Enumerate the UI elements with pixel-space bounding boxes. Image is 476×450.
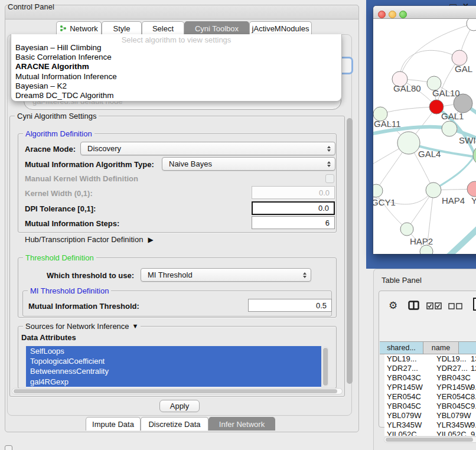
network-window[interactable]: GAL GAL80 GAL10 GAL1 GAL11 SWI4 GAL4 GCY… bbox=[373, 6, 476, 254]
node-hap4[interactable] bbox=[426, 182, 441, 198]
cell: 9 bbox=[471, 430, 475, 436]
dpi-tolerance-label: DPI Tolerance [0,1]: bbox=[25, 204, 96, 213]
zoom-traffic-light-icon[interactable] bbox=[399, 11, 407, 18]
node-label: SWI4 bbox=[459, 135, 476, 145]
cell: YBR045C bbox=[436, 402, 471, 411]
attributes-scrollbar-thumb[interactable] bbox=[323, 348, 328, 386]
select-all-checkboxes-icon[interactable] bbox=[426, 302, 442, 309]
tab-cyni-toolbox[interactable]: Cyni Toolbox bbox=[184, 21, 249, 35]
mi-threshold-label: Mutual Information Threshold: bbox=[28, 302, 139, 311]
gear-icon[interactable]: ⚙ bbox=[389, 299, 397, 312]
corner-widget-icon[interactable] bbox=[5, 445, 12, 450]
minimize-traffic-light-icon[interactable] bbox=[389, 11, 396, 18]
table-row[interactable]: YBR043CYBR043C bbox=[384, 373, 476, 383]
table-row[interactable]: YIL052CYIL052C9 bbox=[384, 430, 476, 436]
node-green-highlight[interactable] bbox=[473, 145, 476, 165]
settings-scrollbar-thumb[interactable] bbox=[347, 118, 353, 384]
aracne-mode-combobox[interactable]: Discovery bbox=[80, 142, 335, 155]
tab-label: Network bbox=[70, 24, 98, 33]
node-gal4[interactable] bbox=[397, 132, 420, 154]
column-header-name[interactable]: name bbox=[423, 341, 459, 354]
network-icon bbox=[60, 25, 67, 32]
attribute-item[interactable]: gal4RGexp bbox=[26, 377, 321, 387]
attribute-item[interactable]: SelfLoops bbox=[26, 346, 321, 356]
node-label: GAL80 bbox=[393, 83, 421, 93]
cell: 9. bbox=[471, 383, 476, 392]
which-threshold-combobox[interactable]: MI Threshold bbox=[141, 268, 311, 282]
attributes-scrollbar[interactable] bbox=[322, 347, 328, 387]
hub-section-toggle[interactable]: Hub/Transcription Factor Definition ▶ bbox=[25, 235, 154, 244]
node-hap2[interactable] bbox=[400, 223, 413, 236]
deselect-all-checkboxes-icon[interactable] bbox=[448, 303, 463, 309]
mi-type-value: Naive Bayes bbox=[169, 159, 212, 168]
tab-label: Infer Network bbox=[219, 420, 265, 429]
dropdown-item[interactable]: Basic Correlation Inference bbox=[11, 53, 341, 62]
attribute-item[interactable]: TopologicalCoefficient bbox=[26, 356, 321, 366]
tab-network[interactable]: Network bbox=[56, 21, 102, 35]
kernel-width-field[interactable]: 0.0 bbox=[252, 186, 335, 199]
apply-button[interactable]: Apply bbox=[159, 400, 200, 412]
dropdown-item-selected[interactable]: ARACNE Algorithm bbox=[11, 62, 341, 71]
dpi-tolerance-field[interactable]: 0.0 bbox=[252, 201, 335, 215]
cell: YBR043C bbox=[387, 373, 421, 383]
node-gcy1[interactable] bbox=[373, 184, 383, 197]
column-header-third[interactable] bbox=[459, 341, 476, 354]
mi-type-combobox[interactable]: Naive Bayes bbox=[162, 157, 335, 171]
table-row[interactable]: YBR045CYBR045C9. bbox=[384, 402, 476, 411]
tab-impute-data[interactable]: Impute Data bbox=[86, 417, 141, 431]
settings-scrollbar[interactable] bbox=[346, 117, 353, 394]
cell: YPR145W bbox=[387, 383, 423, 392]
cell: YIL052C bbox=[436, 430, 467, 436]
network-window-titlebar[interactable] bbox=[373, 6, 476, 19]
cell: 12 bbox=[471, 364, 476, 373]
node-label: GAL1 bbox=[441, 111, 464, 121]
data-attributes-list[interactable]: SelfLoops TopologicalCoefficient Between… bbox=[26, 346, 321, 387]
control-panel-titlebar bbox=[5, 5, 359, 19]
node-label: GAL11 bbox=[374, 119, 401, 129]
network-canvas[interactable]: GAL GAL80 GAL10 GAL1 GAL11 SWI4 GAL4 GCY… bbox=[373, 19, 476, 254]
tab-label: Style bbox=[113, 24, 131, 33]
mi-steps-field[interactable]: 6 bbox=[252, 216, 335, 229]
kernel-width-label: Kernel Width (0,1): bbox=[25, 189, 93, 198]
tab-jactivemnodules[interactable]: jActiveMNodules bbox=[249, 21, 312, 35]
table-row[interactable]: YPR145WYPR145W9. bbox=[384, 383, 476, 392]
node-swi4[interactable] bbox=[442, 121, 457, 136]
algorithm-definition-title: Algorithm Definition bbox=[23, 129, 94, 138]
cell: 9. bbox=[471, 420, 476, 430]
node-label: GCY1 bbox=[373, 197, 396, 207]
table-box: ⚙ shared... name YDL19...YDL19...13 YDR2… bbox=[379, 291, 476, 428]
sources-title[interactable]: Sources for Network Inference ▼ bbox=[23, 322, 141, 331]
mi-threshold-field[interactable]: 0.5 bbox=[248, 299, 332, 312]
dropdown-item[interactable]: Mutual Information Inference bbox=[11, 72, 341, 81]
column-header-shared[interactable]: shared... bbox=[380, 341, 423, 354]
close-traffic-light-icon[interactable] bbox=[378, 11, 386, 18]
node-label: GAL10 bbox=[432, 88, 460, 98]
table-row[interactable]: YLR345WYLR345W9. bbox=[384, 420, 476, 430]
network-graph[interactable]: GAL GAL80 GAL10 GAL1 GAL11 SWI4 GAL4 GCY… bbox=[373, 19, 476, 254]
cell: 9. bbox=[471, 402, 476, 411]
node-salmon[interactable] bbox=[467, 181, 476, 197]
tab-infer-network[interactable]: Infer Network bbox=[208, 417, 275, 431]
tab-style[interactable]: Style bbox=[102, 21, 142, 35]
tab-discretize-data[interactable]: Discretize Data bbox=[141, 417, 208, 431]
tab-select[interactable]: Select bbox=[142, 21, 184, 35]
table-row[interactable]: YBL079WYBL079W bbox=[384, 411, 476, 420]
cell: 13 bbox=[471, 354, 476, 364]
table-hscrollbar[interactable] bbox=[384, 436, 476, 443]
table-hscrollbar-thumb[interactable] bbox=[386, 438, 473, 442]
cell: YDL19... bbox=[436, 354, 467, 364]
new-table-icon[interactable] bbox=[472, 297, 476, 311]
columns-icon[interactable] bbox=[408, 301, 419, 310]
table-row[interactable]: YDR27...YDR27...12 bbox=[384, 364, 476, 373]
settings-hscrollbar[interactable] bbox=[12, 388, 343, 394]
table-row[interactable]: YER054CYER054C8. bbox=[384, 392, 476, 402]
node-unlabeled[interactable] bbox=[467, 19, 476, 31]
attribute-item[interactable]: BetweennessCentrality bbox=[26, 366, 321, 376]
settings-hscrollbar-thumb[interactable] bbox=[14, 389, 337, 393]
table-row[interactable]: YDL19...YDL19...13 bbox=[384, 354, 476, 364]
dropdown-item[interactable]: Bayesian – K2 bbox=[11, 81, 341, 91]
dropdown-item[interactable]: Bayesian – Hill Climbing bbox=[11, 43, 341, 53]
dropdown-item[interactable]: Dream8 DC_TDC Algorithm bbox=[11, 91, 341, 100]
node-label: HAP4 bbox=[442, 195, 465, 206]
manual-kernel-checkbox[interactable] bbox=[325, 174, 334, 183]
